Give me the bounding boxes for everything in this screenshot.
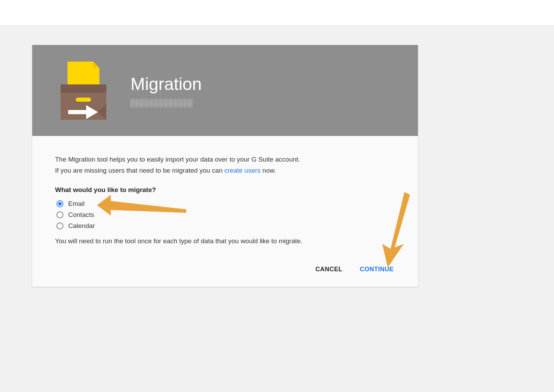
radio-option-calendar[interactable]: Calendar	[56, 222, 395, 230]
radio-icon	[56, 211, 63, 218]
intro-text-2-before: If you are missing users that need to be…	[55, 167, 224, 174]
radio-option-email[interactable]: Email	[56, 200, 395, 208]
radio-icon	[56, 222, 63, 229]
migration-note: You will need to run the tool once for e…	[55, 237, 395, 245]
svg-rect-4	[76, 98, 91, 102]
intro-text-2-after: now.	[261, 167, 276, 174]
radio-label: Email	[68, 200, 85, 208]
svg-marker-1	[93, 62, 99, 68]
continue-button[interactable]: CONTINUE	[360, 266, 394, 273]
header-title-block: Migration	[131, 74, 202, 107]
migration-type-radio-group: Email Contacts Calendar	[56, 200, 395, 230]
top-bar	[0, 0, 554, 26]
radio-label: Contacts	[68, 211, 94, 219]
svg-marker-3	[61, 84, 106, 93]
migrate-question: What would you like to migrate?	[55, 186, 395, 194]
action-buttons: CANCEL CONTINUE	[55, 266, 395, 273]
card-content: The Migration tool helps you to easily i…	[32, 136, 418, 287]
create-users-link[interactable]: create users	[224, 167, 261, 174]
card-header: Migration	[32, 45, 418, 136]
radio-dot-icon	[58, 202, 62, 206]
intro-text-2: If you are missing users that need to be…	[55, 165, 395, 176]
migration-card: Migration The Migration tool helps you t…	[32, 45, 418, 287]
cancel-button[interactable]: CANCEL	[315, 266, 342, 273]
intro-text-1: The Migration tool helps you to easily i…	[55, 154, 395, 165]
radio-option-contacts[interactable]: Contacts	[56, 211, 395, 219]
subtitle-redacted	[131, 99, 193, 107]
page-title: Migration	[131, 74, 202, 94]
radio-icon	[56, 200, 63, 207]
radio-label: Calendar	[68, 222, 95, 230]
migration-box-icon	[56, 60, 111, 122]
